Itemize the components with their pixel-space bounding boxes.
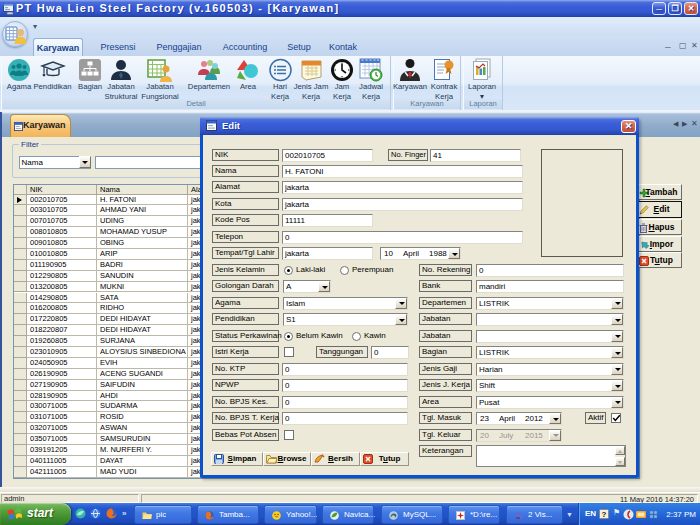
svg-text:?: ?: [602, 510, 607, 519]
